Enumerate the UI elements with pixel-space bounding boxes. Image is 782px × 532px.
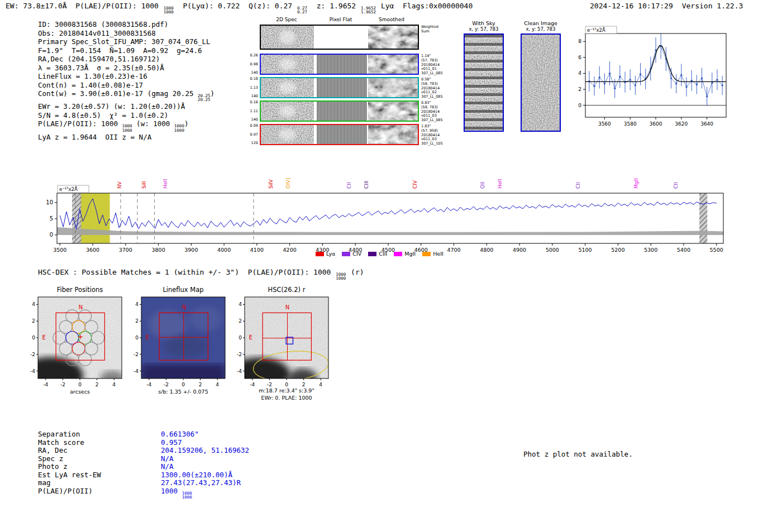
svg-text:-2: -2 <box>133 352 139 357</box>
svg-text:CII: CII <box>673 182 679 189</box>
header-stats: EW: 73.8±17.0Å P(LAE)/P(OII): 1000 10001… <box>6 2 473 15</box>
row-annotation: 1.14"(57, 783)20180414v011_01307_LL_085 <box>421 54 443 76</box>
svg-text:CIV: CIV <box>412 180 418 189</box>
svg-text:3560: 3560 <box>598 121 611 127</box>
svg-text:-4: -4 <box>146 382 151 387</box>
clean-image-coords: x, y: 57, 783 <box>519 26 562 32</box>
svg-text:5500: 5500 <box>710 247 723 253</box>
main-plot-svg: 0510350036003700380039004000410042004300… <box>31 162 748 258</box>
svg-text:6: 6 <box>578 55 581 60</box>
match-table-row: P(LAE)/P(OII)1000 10001000 <box>38 487 249 500</box>
svg-text:5400: 5400 <box>677 247 690 253</box>
row-image-strip <box>260 25 419 50</box>
lineflux-plot-svg: NE-4-4-2-2002244 <box>125 293 234 396</box>
stacked-fraction: 10001000 <box>336 272 346 280</box>
svg-text:2: 2 <box>32 318 35 324</box>
match-table-row: Photo zN/A <box>38 463 249 471</box>
match-row-value: N/A <box>161 455 174 463</box>
svg-text:E: E <box>146 334 149 341</box>
photz-note: Phot z plot not available. <box>523 450 633 458</box>
svg-text:5300: 5300 <box>644 247 657 253</box>
col-header-2dspec: 2D Spec <box>276 17 297 22</box>
svg-text:4: 4 <box>239 301 242 307</box>
match-table-row: mag27.43(27.43,27.43)R <box>38 479 249 487</box>
svg-text:-4: -4 <box>30 368 35 374</box>
svg-text:SiIV: SiIV <box>268 179 274 189</box>
svg-text:3620: 3620 <box>675 121 688 127</box>
svg-text:5200: 5200 <box>611 247 624 253</box>
svg-text:4000: 4000 <box>217 247 231 253</box>
svg-text:NV: NV <box>117 181 122 189</box>
info-line: LineFlux = 1.30(±0.23)e-16 <box>38 72 214 81</box>
row-scale-ticks: 0.161.11140 <box>247 100 258 122</box>
svg-text:-4: -4 <box>250 382 255 387</box>
col-header-smoothed: Smoothed <box>379 17 404 22</box>
row-image-strip <box>260 100 419 122</box>
info-block: ID: 3000831568 (3000831568.pdf)Obs: 2018… <box>38 20 214 141</box>
svg-text:8: 8 <box>578 39 581 44</box>
svg-text:3900: 3900 <box>184 247 198 253</box>
legend-swatch <box>368 252 376 256</box>
svg-text:4100: 4100 <box>250 247 264 253</box>
zoom-plot-svg: 0246835603580360036203640e⁻¹⁷x2Å <box>559 26 738 135</box>
row-annotation: WeightedSum <box>421 25 438 34</box>
pixel-flat-cell <box>317 78 367 97</box>
svg-text:2: 2 <box>96 382 99 387</box>
with-sky-title: With Sky <box>462 20 505 26</box>
svg-text:5100: 5100 <box>578 247 592 253</box>
svg-text:4900: 4900 <box>513 247 526 253</box>
stacked-fraction: 1.96521.9652 <box>361 6 376 14</box>
svg-text:3640: 3640 <box>700 121 713 127</box>
report-version: Version 1.22.3 <box>682 2 743 10</box>
row-annotation: 1.83"(57, 958)20180414v011_03307_LL_105 <box>421 124 443 146</box>
match-table-row: Est LyA rest-EW1300.00(±210.00)Å <box>38 471 249 480</box>
with-sky-image <box>464 33 504 132</box>
pixel-flat-cell <box>317 125 367 144</box>
stacked-fraction: 10001000 <box>174 124 184 132</box>
cutout-2d-row: 0.161.111400.83"(58, 783)20180414v011_03… <box>247 100 444 122</box>
svg-text:4700: 4700 <box>447 247 460 253</box>
match-row-value: 0.957 <box>161 439 182 447</box>
match-table-row: RA, Dec204.159206, 51.169632 <box>38 447 249 455</box>
svg-text:-2: -2 <box>237 352 242 357</box>
stacked-fraction: 10001000 <box>122 124 132 132</box>
svg-text:E: E <box>249 334 252 341</box>
legend-label: Lyα <box>326 251 335 257</box>
row-scale-ticks: 0.181.13140 <box>247 77 258 98</box>
svg-text:-2: -2 <box>164 382 169 387</box>
match-row-value: 204.159206, 51.169632 <box>161 447 249 455</box>
row-scale-ticks: 0.260.98140 <box>247 54 258 75</box>
info-line: EWr = 3.20(±0.57) (w: 1.20(±0.20))Å <box>38 102 214 111</box>
svg-text:5: 5 <box>50 215 53 222</box>
row-image-strip <box>260 124 419 145</box>
svg-text:-2: -2 <box>267 382 272 387</box>
match-table: Separation0.661306"Match score0.957RA, D… <box>38 430 249 500</box>
svg-text:4: 4 <box>32 301 35 307</box>
cutout-2d-row: 0.090.971201.83"(57, 958)20180414v011_03… <box>247 124 444 145</box>
match-row-value: N/A <box>161 463 174 471</box>
legend-label: HeII <box>433 251 444 257</box>
info-line: RA,Dec (204.159470,51.169712) <box>38 55 214 64</box>
legend-label: CIV <box>352 251 361 257</box>
svg-text:N: N <box>285 304 289 310</box>
svg-text:N: N <box>79 304 83 310</box>
svg-text:SiII: SiII <box>141 181 147 189</box>
match-table-row: Separation0.661306" <box>38 430 249 439</box>
legend-swatch <box>394 252 402 256</box>
header-right: 2024-12-16 10:17:29 Version 1.22.3 <box>590 2 743 10</box>
hsc-xlabel-1: m:18.7 re:3.4" s:3.9" <box>245 387 328 394</box>
pixel-flat-cell <box>317 102 367 121</box>
match-table-row: Spec zN/A <box>38 455 249 463</box>
svg-text:3600: 3600 <box>86 247 99 253</box>
clean-image-title: Clean Image <box>519 20 562 26</box>
row-annotation: 0.58"(58, 783)20180414v011_02307_LL_085 <box>421 78 443 99</box>
cutout-2d-section: 2D Spec Pixel Flat Smoothed WeightedSum0… <box>247 17 444 146</box>
info-line: Obs: 20180414v011_3000831568 <box>38 29 214 38</box>
svg-text:2: 2 <box>135 318 139 324</box>
svg-text:0: 0 <box>578 103 581 108</box>
cutout-2d-row: WeightedSum <box>247 25 444 50</box>
stacked-fraction: 10001000 <box>182 491 192 499</box>
svg-text:3600: 3600 <box>650 121 662 127</box>
row-image-strip <box>260 77 419 98</box>
info-line: S/N = 4.8(±0.5) χ² = 1.0(±0.2) <box>38 111 214 120</box>
